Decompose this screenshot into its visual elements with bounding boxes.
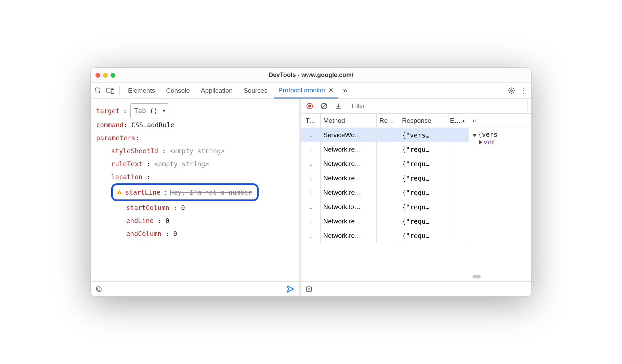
svg-rect-5 [119,193,120,194]
incoming-arrow-icon: ↓ [309,204,312,211]
cell-response: {"requ… [399,214,447,229]
incoming-arrow-icon: ↓ [309,160,312,168]
warning-icon [116,189,122,195]
tab-protocol-monitor[interactable]: Protocol monitor ✕ [274,83,338,99]
param-value-empty: <empty_string> [170,147,225,155]
inspect-element-icon[interactable] [93,85,104,96]
param-key: startColumn [126,204,169,211]
incoming-arrow-icon: ↓ [309,232,312,239]
more-tabs-icon[interactable]: » [340,85,351,96]
col-request[interactable]: Re… [377,114,399,128]
command-editor[interactable]: target: Tab () command: CSS.addRule para… [91,99,299,281]
parameters-key: parameters [96,134,135,142]
cell-elapsed [447,185,467,200]
svg-rect-6 [98,288,101,291]
zoom-window-button[interactable] [111,73,115,78]
tab-label: Protocol monitor [278,87,326,94]
expand-icon[interactable] [472,134,477,137]
filter-input[interactable] [348,101,528,111]
detail-body[interactable]: {{versvers ver [469,128,531,275]
table-row[interactable]: ↓Network.re…{"requ… [301,171,469,185]
close-window-button[interactable] [95,73,100,78]
clear-button[interactable] [319,101,329,111]
table-row[interactable]: ↓Network.re…{"requ… [301,185,469,200]
param-value-invalid: Hey, I'm not a number [170,186,252,199]
invalid-param-highlight: startLine : Hey, I'm not a number [111,183,259,201]
cell-response: {"requ… [399,171,447,185]
command-value: CSS.addRule [131,121,174,129]
cell-request [377,128,399,142]
cell-response: {"requ… [399,200,447,214]
cell-request [377,214,399,229]
svg-point-3 [510,90,513,92]
settings-icon[interactable] [506,85,517,96]
incoming-arrow-icon: ↓ [309,218,312,225]
close-tab-icon[interactable]: ✕ [328,87,334,94]
window-title: DevTools - www.google.com/ [91,72,531,79]
param-key: endColumn [126,230,161,237]
cell-method: Network.re… [321,229,377,243]
table-row[interactable]: ↓Network.lo…{"requ… [301,200,469,214]
window-controls [95,73,115,78]
table-row[interactable]: ↓Network.re…{"requ… [301,214,469,229]
devtools-tabbar: Elements Console Application Sources Pro… [91,83,531,99]
table-row[interactable]: ↓Network.re…{"requ… [301,229,469,243]
command-editor-pane: target: Tab () command: CSS.addRule para… [91,99,301,296]
param-value: 0 [181,204,185,211]
minimize-window-button[interactable] [103,73,108,78]
expand-icon[interactable] [479,140,482,144]
target-key: target [96,104,120,117]
cell-response: {"requ… [399,157,447,171]
cell-method: Network.re… [321,142,377,157]
cell-method: Network.re… [321,171,377,185]
more-options-icon[interactable]: ⋮ [518,85,529,96]
tab-console[interactable]: Console [161,83,195,99]
protocol-log-pane: T… Method Re… Response E…▲ ↓ServiceWo…{"… [301,99,531,296]
json-root: {{versvers [478,131,497,138]
tab-label: Sources [244,87,268,94]
cell-method: Network.re… [321,214,377,229]
svg-rect-9 [308,105,311,107]
record-button[interactable] [305,101,314,111]
editor-footer [91,281,299,296]
target-select[interactable]: Tab () [130,103,168,118]
copy-icon[interactable] [95,286,102,292]
table-row[interactable]: ↓ServiceWo…{"vers… [301,128,469,142]
col-type[interactable]: T… [301,114,321,128]
save-button[interactable] [334,101,343,111]
param-key: endLine [126,217,154,224]
cell-elapsed [447,142,467,157]
detail-pane: » {{versvers ver [469,114,531,281]
more-tabs-icon[interactable]: » [472,117,476,124]
cell-response: {"requ… [399,142,447,157]
tab-elements[interactable]: Elements [123,83,160,99]
table-row[interactable]: ↓Network.re…{"requ… [301,157,469,171]
tab-label: Elements [128,87,155,94]
send-command-button[interactable] [286,285,295,293]
col-response[interactable]: Response [399,114,447,128]
cell-elapsed [447,157,467,171]
col-elapsed[interactable]: E…▲ [447,114,467,128]
col-method[interactable]: Method [321,114,377,128]
location-key: location [111,173,143,181]
cell-method: ServiceWo… [321,128,377,142]
param-value-empty: <empty_string> [154,160,209,168]
cell-request [377,185,399,200]
log-footer [301,281,531,296]
param-value: 0 [173,230,177,237]
tab-sources[interactable]: Sources [239,83,272,99]
tab-application[interactable]: Application [196,83,237,99]
main-split: target: Tab () command: CSS.addRule para… [91,99,531,296]
horizontal-scrollbar[interactable] [472,275,528,279]
svg-rect-7 [96,287,100,290]
table-row[interactable]: ↓Network.re…{"requ… [301,142,469,157]
toggle-drawer-icon[interactable] [306,286,312,292]
separator [119,86,120,95]
device-toolbar-icon[interactable] [105,85,116,96]
cell-response: {"requ… [399,185,447,200]
param-key: styleSheetId [111,147,158,155]
detail-tabs: » [469,114,531,128]
cell-request [377,142,399,157]
cell-request [377,200,399,214]
tab-label: Application [201,87,233,94]
